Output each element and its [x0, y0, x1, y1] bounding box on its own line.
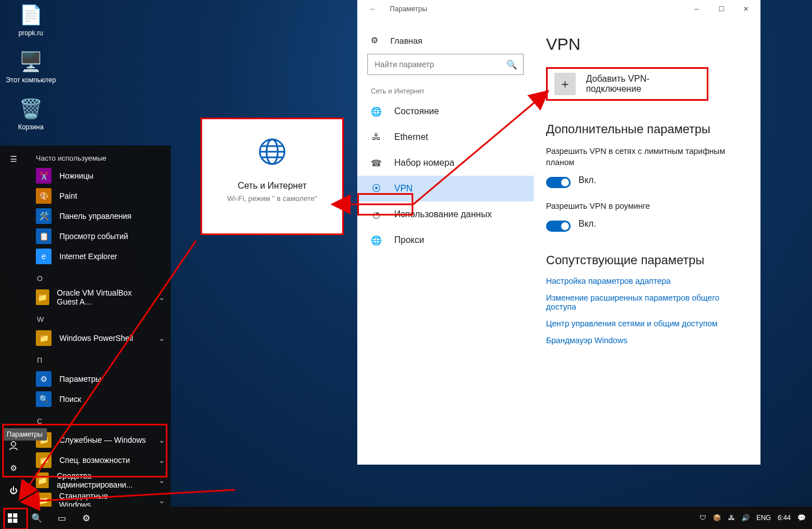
data-icon: ◔ — [371, 209, 382, 220]
start-button[interactable] — [0, 507, 25, 529]
settings-nav: ⚙Главная 🔍 Сеть и Интернет 🌐Состояние 🖧E… — [357, 18, 534, 465]
start-rail: ☰ ⚙ ⏻ — [0, 146, 27, 507]
nav-vpn[interactable]: ⦿VPN — [357, 176, 534, 202]
link-adapter[interactable]: Настройка параметров адаптера — [546, 277, 744, 285]
gear-icon: ⚙ — [371, 35, 378, 45]
roaming-label: Разрешить VPN в роуминге — [546, 200, 744, 212]
nav-data-usage[interactable]: ◔Использование данных — [357, 202, 534, 227]
link-firewall[interactable]: Брандмауэр Windows — [546, 336, 744, 345]
settings-tile-network[interactable]: Сеть и Интернет Wi-Fi, режим " в самолет… — [200, 118, 344, 235]
power-icon[interactable]: ⏻ — [0, 477, 27, 504]
chevron-down-icon: ⌄ — [158, 293, 165, 302]
link-network-center[interactable]: Центр управления сетями и общим доступом — [546, 319, 744, 328]
app-accessibility[interactable]: 📁Спец. возможности⌄ — [27, 450, 171, 470]
roaming-toggle[interactable] — [546, 221, 571, 232]
desktop-icon-propk[interactable]: 📄propk.ru — [6, 2, 56, 37]
metered-toggle[interactable] — [546, 177, 571, 188]
page-title: VPN — [546, 35, 744, 54]
app-oracle-vm[interactable]: 📁Oracle VM VirtualBox Guest A...⌄ — [27, 287, 171, 307]
settings-main: VPN ＋ Добавить VPN-подключение Дополните… — [534, 18, 760, 465]
letter-o[interactable]: O — [27, 266, 171, 287]
app-ie[interactable]: eInternet Explorer — [27, 246, 171, 266]
desktop-icon-this-pc[interactable]: 🖥️Этот компьютер — [6, 49, 56, 84]
app-snip[interactable]: ✂️Ножницы — [27, 166, 171, 186]
toggle-on-label: Вкл. — [578, 219, 596, 229]
globe-icon — [256, 136, 288, 167]
svg-rect-11 — [13, 513, 17, 518]
globe-icon: 🌐 — [371, 106, 382, 117]
task-view-button[interactable]: ▭ — [49, 507, 74, 529]
app-powershell[interactable]: 📁Windows PowerShell⌄ — [27, 328, 171, 348]
nav-section: Сеть и Интернет — [357, 77, 534, 99]
desktop-icon-recycle[interactable]: 🗑️Корзина — [6, 96, 56, 131]
advanced-header: Дополнительные параметры — [546, 122, 744, 137]
tray-time[interactable]: 6:44 — [776, 507, 792, 529]
tray-notifications-icon[interactable]: 💬 — [796, 507, 808, 529]
search-icon: 🔍 — [506, 59, 517, 70]
taskbar-search[interactable]: 🔍 — [25, 507, 49, 529]
add-vpn-label: Добавить VPN-подключение — [586, 74, 700, 94]
app-standard[interactable]: 📁Стандартные — Windows⌄ — [27, 490, 171, 507]
tray-lang[interactable]: ENG — [755, 507, 773, 529]
frequent-header: Часто используемые — [27, 148, 171, 166]
app-search[interactable]: 🔍Поиск — [27, 389, 171, 409]
tray-cube-icon[interactable]: 📦 — [711, 507, 723, 529]
app-paint[interactable]: 🎨Paint — [27, 186, 171, 206]
phone-icon: ☎ — [371, 158, 382, 168]
letter-s[interactable]: С — [27, 409, 171, 430]
nav-status[interactable]: 🌐Состояние — [357, 99, 534, 124]
close-button[interactable]: ✕ — [734, 1, 758, 17]
nav-proxy[interactable]: 🌐Прокси — [357, 227, 534, 253]
app-control-panel[interactable]: 🛠️Панель управления — [27, 206, 171, 226]
letter-p[interactable]: П — [27, 348, 171, 369]
tray-volume-icon[interactable]: 🔊 — [740, 507, 752, 529]
svg-point-0 — [11, 442, 16, 446]
minimize-button[interactable]: ─ — [684, 1, 709, 17]
plus-icon: ＋ — [554, 73, 576, 95]
vpn-icon: ⦿ — [371, 184, 382, 194]
settings-window: ← Параметры ─ ☐ ✕ ⚙Главная 🔍 Сеть и Инте… — [357, 0, 760, 465]
tooltip-settings: Параметры — [2, 428, 47, 441]
app-windows-tools[interactable]: 📁Служебные — Windows⌄ — [27, 430, 171, 450]
app-admin-tools[interactable]: 📁Средства администрировани...⌄ — [27, 470, 171, 490]
add-vpn-button[interactable]: ＋ Добавить VPN-подключение — [546, 67, 708, 101]
nav-ethernet[interactable]: 🖧Ethernet — [357, 124, 534, 150]
letter-w[interactable]: W — [27, 307, 171, 328]
tray-shield-icon[interactable]: 🛡 — [698, 507, 708, 529]
ethernet-icon: 🖧 — [371, 132, 382, 142]
nav-home[interactable]: ⚙Главная — [357, 29, 534, 52]
back-button[interactable]: ← — [365, 1, 381, 17]
svg-rect-10 — [8, 513, 12, 518]
app-parameters[interactable]: ⚙Параметры — [27, 369, 171, 389]
app-event-viewer[interactable]: 📋Просмотр событий — [27, 226, 171, 246]
svg-rect-12 — [8, 518, 12, 523]
system-tray: 🛡 📦 🖧 🔊 ENG 6:44 💬 — [698, 507, 812, 529]
nav-dialup[interactable]: ☎Набор номера — [357, 150, 534, 176]
window-title: Параметры — [390, 5, 427, 13]
taskbar: 🔍 ▭ ⚙ 🛡 📦 🖧 🔊 ENG 6:44 💬 — [0, 507, 812, 529]
start-menu: ☰ ⚙ ⏻ Часто используемые ✂️Ножницы 🎨Pain… — [0, 146, 171, 507]
maximize-button[interactable]: ☐ — [709, 1, 734, 17]
tray-network-icon[interactable]: 🖧 — [726, 507, 736, 529]
proxy-icon: 🌐 — [371, 235, 382, 246]
svg-rect-13 — [13, 518, 17, 523]
search-input[interactable] — [375, 60, 506, 69]
related-header: Сопутствующие параметры — [546, 253, 744, 268]
toggle-on-label: Вкл. — [578, 175, 596, 185]
settings-search[interactable]: 🔍 — [367, 54, 524, 75]
tile-subtitle: Wi-Fi, режим " в самолете" — [202, 194, 342, 203]
taskbar-settings[interactable]: ⚙ — [74, 507, 99, 529]
link-sharing[interactable]: Изменение расширенных параметров общего … — [546, 293, 744, 311]
tile-title: Сеть и Интернет — [202, 181, 342, 191]
metered-label: Разрешить VPN в сетях с лимитным тарифны… — [546, 146, 744, 168]
hamburger-icon[interactable]: ☰ — [0, 146, 27, 172]
